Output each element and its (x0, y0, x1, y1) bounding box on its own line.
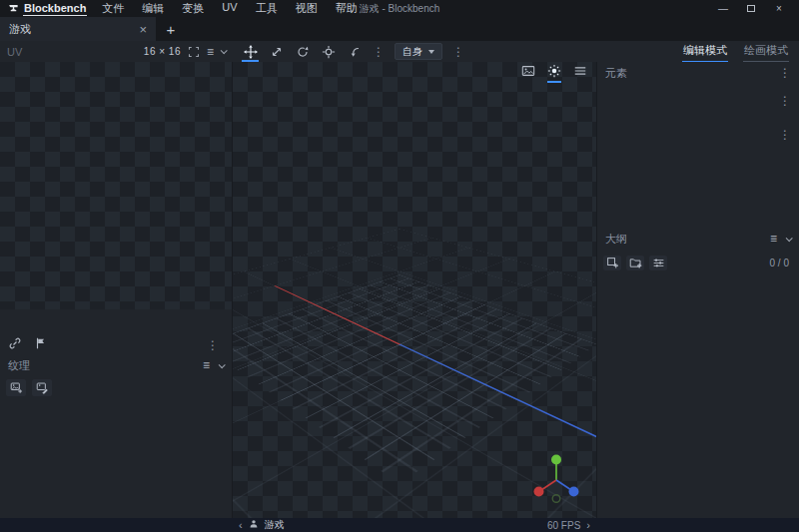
uv-gap (0, 309, 232, 335)
elements-panel-header: 元素 ⋮ (597, 62, 799, 84)
texture-panel-title: 纹理 (8, 358, 30, 373)
fps-counter: 60 FPS (547, 520, 580, 531)
menu-tools[interactable]: 工具 (247, 0, 287, 17)
caret-down-icon (428, 50, 434, 54)
texture-menu-icon[interactable]: ≡ (203, 359, 210, 371)
preview-name: 游戏 (265, 518, 285, 532)
outliner-collapse-icon[interactable] (786, 237, 791, 242)
view-gizmo[interactable] (528, 450, 584, 506)
titlebar: Blockbench 文件 编辑 变换 UV 工具 视图 帮助 游戏 - Blo… (0, 0, 799, 17)
menu-uv[interactable]: UV (213, 0, 246, 17)
add-cube-button[interactable] (603, 256, 621, 270)
resize-tool-button[interactable] (264, 41, 289, 62)
vertex-snap-tool-button[interactable] (342, 41, 367, 62)
elements-overflow-icon[interactable]: ⋮ (779, 67, 791, 79)
element-row-overflow-icon-2[interactable]: ⋮ (779, 129, 791, 141)
outliner-menu-icon[interactable]: ≡ (770, 233, 777, 245)
tab-paint-mode[interactable]: 绘画模式 (743, 41, 789, 63)
mode-tabs: 编辑模式 绘画模式 (596, 41, 799, 62)
transform-space-dropdown[interactable]: 自身 (395, 43, 442, 60)
menu-view[interactable]: 视图 (287, 0, 327, 17)
right-sidebar-filler (597, 275, 799, 518)
texture-collapse-icon[interactable] (219, 363, 224, 368)
flag-icon[interactable] (34, 336, 48, 354)
preview-icon (249, 519, 259, 531)
viewport-toolbar (521, 64, 587, 83)
project-tab-label: 游戏 (9, 22, 31, 37)
link-icon[interactable] (8, 336, 22, 354)
outliner-panel-header: 大纲 ≡ (597, 228, 799, 250)
rotate-tool-button[interactable] (290, 41, 315, 62)
axis-z-line (399, 344, 596, 447)
main-area: ⋮ 纹理 ≡ (0, 62, 799, 518)
chevron-down-icon[interactable] (221, 49, 226, 54)
create-texture-button[interactable] (32, 379, 52, 396)
blockbench-logo-icon (8, 3, 19, 14)
preview-navigation: ‹ 游戏 60 FPS › (233, 518, 596, 532)
previous-preview-icon[interactable]: ‹ (239, 520, 243, 531)
uv-panel-header: UV 16 × 16 ≡ (0, 41, 233, 62)
app-brand: Blockbench (23, 2, 87, 16)
element-row-overflow-icon[interactable]: ⋮ (779, 95, 791, 107)
project-tabbar: 游戏 × + (0, 17, 799, 41)
move-tool-button[interactable] (238, 41, 263, 62)
window-title: 游戏 - Blockbench (360, 2, 440, 16)
toolbar-overflow-icon-2[interactable]: ⋮ (447, 46, 469, 58)
tab-edit-mode[interactable]: 编辑模式 (682, 41, 728, 63)
transform-space-value: 自身 (402, 45, 422, 59)
toolbar-band: UV 16 × 16 ≡ ⋮ (0, 41, 799, 62)
pivot-tool-button[interactable] (316, 41, 341, 62)
menu-file[interactable]: 文件 (93, 0, 133, 17)
main-toolbar: ⋮ 自身 ⋮ (233, 41, 596, 62)
statusbar: ‹ 游戏 60 FPS › (0, 518, 799, 532)
menubar: 文件 编辑 变换 UV 工具 视图 帮助 (93, 0, 366, 17)
outliner-counter: 0 / 0 (770, 258, 793, 268)
maximize-button[interactable] (737, 0, 765, 17)
outliner-panel-title: 大纲 (605, 232, 627, 247)
minimize-button[interactable]: — (709, 0, 737, 17)
texture-actions (0, 375, 232, 399)
blockbench-window: Blockbench 文件 编辑 变换 UV 工具 视图 帮助 游戏 - Blo… (0, 0, 799, 532)
menu-transform[interactable]: 变换 (173, 0, 213, 17)
lighting-sun-icon[interactable] (547, 64, 561, 83)
uv-panel-title: UV (7, 46, 22, 58)
new-tab-button[interactable]: + (156, 17, 186, 41)
right-sidebar-spacer (597, 152, 799, 228)
element-row-1: ⋮ (597, 84, 799, 118)
viewport-3d[interactable] (233, 62, 596, 518)
elements-panel-title: 元素 (605, 66, 627, 81)
image-icon[interactable] (521, 64, 535, 83)
outliner-toolbar: 0 / 0 (597, 250, 799, 275)
tab-close-icon[interactable]: × (139, 23, 147, 36)
add-group-button[interactable] (626, 256, 644, 270)
frame-view-icon[interactable] (188, 46, 200, 58)
menu-edit[interactable]: 编辑 (133, 0, 173, 17)
statusbar-left (0, 518, 233, 532)
maximize-icon (747, 5, 755, 12)
axis-x-line (275, 285, 400, 344)
uv-editor-canvas[interactable] (0, 62, 232, 309)
uv-overflow-icon[interactable]: ⋮ (202, 339, 224, 351)
element-row-2: ⋮ (597, 118, 799, 152)
left-sidebar-filler (0, 399, 232, 518)
next-preview-icon[interactable]: › (586, 520, 590, 531)
toolbar-overflow-icon[interactable]: ⋮ (368, 46, 390, 58)
right-sidebar: 元素 ⋮ ⋮ ⋮ 大纲 ≡ (596, 62, 799, 518)
viewport-menu-icon[interactable] (573, 64, 587, 83)
uv-toolbar: ⋮ (0, 335, 232, 355)
project-tab[interactable]: 游戏 × (0, 17, 156, 41)
panel-menu-icon[interactable]: ≡ (207, 46, 214, 58)
close-button[interactable]: × (765, 0, 793, 17)
left-sidebar: ⋮ 纹理 ≡ (0, 62, 233, 518)
statusbar-right (596, 518, 799, 532)
import-texture-button[interactable] (6, 379, 26, 396)
uv-size-label: 16 × 16 (144, 46, 181, 57)
outliner-options-button[interactable] (649, 256, 667, 270)
texture-panel-header: 纹理 ≡ (0, 355, 232, 375)
window-controls: — × (709, 0, 793, 17)
